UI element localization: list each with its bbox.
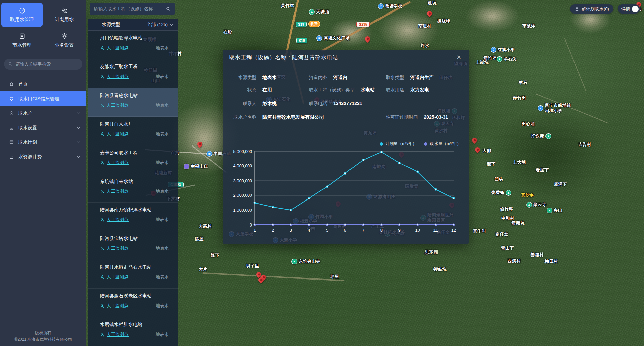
monitor-type-link[interactable]: 人工监测点 bbox=[107, 102, 129, 108]
person-icon bbox=[100, 246, 105, 251]
monitor-type-link[interactable]: 人工监测点 bbox=[107, 45, 129, 51]
facility-list-item[interactable]: 河口镇唱歌潭水电站人工监测点地表水 bbox=[88, 31, 178, 59]
person-icon bbox=[100, 74, 105, 79]
monitor-type-link[interactable]: 人工监测点 bbox=[107, 331, 129, 338]
monitor-type-link[interactable]: 人工监测点 bbox=[107, 217, 129, 223]
monitor-type-link[interactable]: 人工监测点 bbox=[107, 74, 129, 80]
facility-list-item[interactable]: 友能水厂取水工程人工监测点地表水 bbox=[88, 59, 178, 88]
map-label: 南进村 bbox=[418, 24, 431, 29]
water-source-type: 地表水 bbox=[156, 74, 169, 80]
detail-field: 联系人彭木桃 bbox=[224, 101, 309, 107]
monitor-type-link[interactable]: 人工监测点 bbox=[107, 274, 129, 280]
facility-list-item[interactable]: 水唇镇水栏肚水电站人工监测点地表水 bbox=[88, 317, 178, 346]
person-icon bbox=[100, 217, 105, 222]
facility-list-item[interactable]: 陆河县南万镇杞洋水电站人工监测点地表水 bbox=[88, 203, 178, 231]
map-label: 善德村 bbox=[531, 252, 544, 258]
svg-text:12: 12 bbox=[451, 228, 456, 233]
svg-text:7: 7 bbox=[362, 228, 364, 233]
legend-item[interactable]: 取水量（m³/年） bbox=[424, 141, 461, 147]
search-icon[interactable] bbox=[166, 6, 171, 11]
map-label: 青山下 bbox=[501, 246, 514, 251]
monitor-type-link[interactable]: 人工监测点 bbox=[107, 303, 129, 309]
module-tile-3[interactable]: 业务设置 bbox=[44, 28, 85, 53]
map-label-text: 思茅湖 bbox=[425, 250, 438, 255]
map-label-text: 坪水 bbox=[421, 43, 429, 49]
map-label-text: 大片 bbox=[199, 267, 207, 272]
person-icon bbox=[100, 103, 105, 108]
map-label-text: 锣鼓坑 bbox=[433, 267, 447, 272]
poi-marker-icon[interactable]: 文 bbox=[538, 105, 543, 111]
resort-marker-icon[interactable]: ⌂ bbox=[184, 164, 189, 169]
facility-detail-modal: 取水工程（设施）名称：陆河县青砼水电站 × 水源类型地表水河道内外河道内取水类型… bbox=[223, 50, 469, 244]
map-label: ▲羊石尖 bbox=[497, 56, 517, 62]
detail-toggle-label: 详情 bbox=[621, 6, 630, 12]
mountain-marker-icon[interactable]: ▲ bbox=[545, 133, 551, 139]
svg-text:1: 1 bbox=[253, 228, 256, 233]
poi-marker-icon[interactable]: 文 bbox=[378, 3, 384, 9]
poi-marker-icon[interactable]: ▣ bbox=[206, 151, 212, 157]
waves-icon bbox=[61, 7, 68, 14]
module-tile-0[interactable]: 取用水管理 bbox=[1, 3, 43, 27]
water-source-type: 地表水 bbox=[156, 45, 169, 51]
poi-marker-icon[interactable]: ▣ bbox=[316, 35, 322, 41]
facility-name: 陆河县激石溪老区水电站 bbox=[100, 293, 178, 299]
map-label: ▣高塘文化广场 bbox=[316, 35, 350, 41]
sidebar-item-0[interactable]: 首页 bbox=[0, 77, 86, 91]
chart-legend: 计划量（m³/年）取水量（m³/年） bbox=[380, 141, 461, 147]
legend-item[interactable]: 计划量（m³/年） bbox=[380, 141, 417, 147]
svg-text:6: 6 bbox=[344, 228, 346, 233]
monitor-type-link[interactable]: 人工监测点 bbox=[107, 188, 129, 194]
module-tile-2[interactable]: 节水管理 bbox=[1, 28, 43, 53]
detail-field: 联系电话13432771221 bbox=[309, 101, 386, 107]
map-label: 大片 bbox=[199, 267, 207, 272]
facility-list-item[interactable]: 麦卡公司取水工程人工监测点地表水 bbox=[88, 145, 178, 174]
map-label-text: 溜下 bbox=[487, 162, 496, 167]
sidebar-item-1[interactable]: 取水口GIS信息管理 bbox=[0, 91, 86, 106]
facility-list-item[interactable]: 陆河县青砼水电站人工监测点地表水 bbox=[88, 88, 178, 117]
svg-text:8: 8 bbox=[380, 228, 383, 233]
detail-toggle[interactable]: 详情 bbox=[618, 4, 640, 14]
mountain-marker-icon[interactable]: ▲ bbox=[506, 190, 511, 196]
monitor-type-link[interactable]: 人工监测点 bbox=[107, 245, 129, 251]
card-icon bbox=[9, 140, 14, 145]
facility-search-input[interactable] bbox=[94, 6, 163, 11]
field-label: 取水户名称 bbox=[224, 114, 256, 121]
toggle-knob bbox=[632, 6, 639, 12]
monitor-type-link[interactable]: 人工监测点 bbox=[107, 160, 129, 166]
mountain-marker-icon[interactable]: ▲ bbox=[497, 56, 502, 62]
over-plan-intake-button[interactable]: 超计划取水(0) bbox=[570, 4, 613, 14]
legend-dot-icon bbox=[424, 142, 427, 146]
person-icon bbox=[100, 332, 105, 337]
sidebar-item-5[interactable]: 水资源计费 bbox=[0, 150, 86, 164]
mountain-marker-icon[interactable]: ▲ bbox=[526, 202, 532, 208]
map-label-text: 聚云寺 bbox=[533, 202, 547, 208]
facility-name: 陆河县青砼水电站 bbox=[100, 92, 178, 99]
map-label: 挨垅峰 bbox=[437, 19, 450, 24]
road-badge: G235 bbox=[356, 22, 370, 27]
module-tile-1[interactable]: 计划用水 bbox=[44, 3, 85, 27]
facility-list-item[interactable]: 陆河县自来水厂人工监测点地表水 bbox=[88, 117, 178, 145]
sidebar-item-2[interactable]: 取水户 bbox=[0, 106, 86, 121]
mountain-marker-icon[interactable]: ▲ bbox=[547, 208, 552, 213]
facility-list-item[interactable]: 陆河县宝塔水电站人工监测点地表水 bbox=[88, 231, 178, 260]
facility-name: 陆河县宝塔水电站 bbox=[100, 236, 178, 242]
map-label: ▲天珠顶 bbox=[309, 9, 329, 15]
mountain-marker-icon[interactable]: ▲ bbox=[291, 259, 297, 264]
sidebar-search-input[interactable] bbox=[16, 62, 78, 67]
poi-marker-icon[interactable]: 文 bbox=[491, 47, 496, 53]
map-label-text: 羊石尖 bbox=[504, 57, 517, 62]
sidebar-item-4[interactable]: 取水计划 bbox=[0, 135, 86, 150]
facility-list-item[interactable]: 陆河县水唇走马石水电站人工监测点地表水 bbox=[88, 260, 178, 289]
facility-list-item[interactable]: 东坑镇自来水站人工监测点地表水 bbox=[88, 174, 178, 203]
facility-list-item[interactable]: 陆河县激石溪老区水电站人工监测点地表水 bbox=[88, 289, 178, 317]
map-label: ▲尖山 bbox=[547, 208, 562, 213]
sidebar-item-label: 水资源计费 bbox=[18, 154, 42, 160]
mountain-marker-icon[interactable]: ▲ bbox=[309, 9, 315, 15]
map-label-text: 坝子里 bbox=[246, 264, 259, 269]
monitor-type-link[interactable]: 人工监测点 bbox=[107, 131, 129, 137]
map-label-text: 箭塘坑 bbox=[511, 221, 525, 226]
sidebar-item-3[interactable]: 取水设置 bbox=[0, 121, 86, 135]
detail-row: 水源类型地表水河道内外河道内取水类型河道内生产 bbox=[223, 75, 469, 81]
close-icon[interactable]: × bbox=[455, 54, 463, 61]
filter-dropdown[interactable]: 全部 (125) bbox=[147, 22, 173, 28]
